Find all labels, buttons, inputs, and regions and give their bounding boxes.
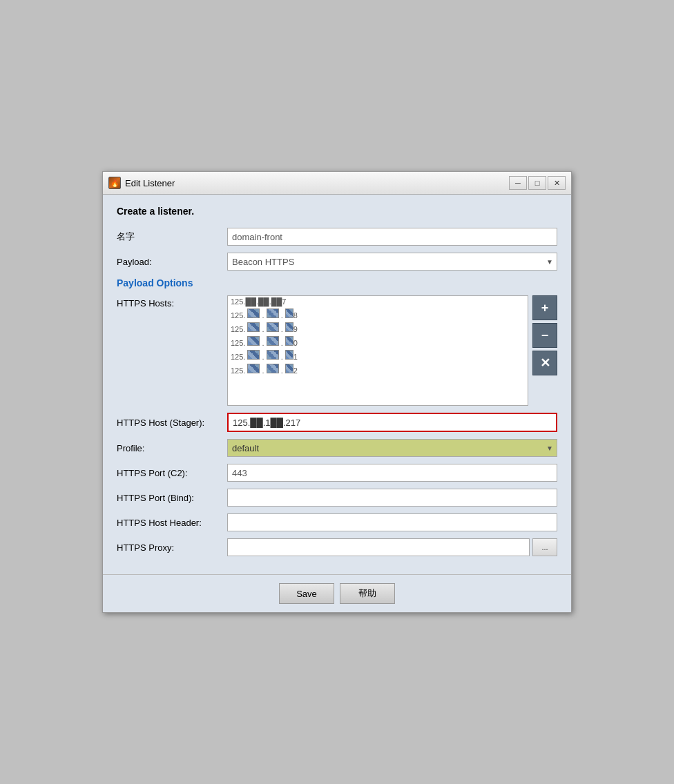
payload-label: Payload: [117, 257, 227, 267]
https-hosts-row: HTTPS Hosts: 125.██.██.██7 125. . . 8 [117, 295, 557, 406]
window-title: Edit Listener [125, 178, 175, 188]
https-port-c2-input[interactable] [227, 464, 557, 482]
pixel-icon [247, 350, 260, 360]
list-item-text: 125. . . 1 [231, 350, 298, 361]
title-bar-left: 🔥 Edit Listener [108, 177, 175, 189]
edit-listener-window: 🔥 Edit Listener ─ □ ✕ Create a listener.… [102, 171, 572, 613]
add-host-button[interactable]: + [532, 295, 557, 320]
pixel-icon [285, 364, 293, 373]
https-proxy-input[interactable] [227, 538, 530, 556]
list-item: 125.██.██.██7 [228, 296, 528, 307]
title-bar-controls: ─ □ ✕ [509, 176, 566, 190]
https-hosts-container: 125.██.██.██7 125. . . 8 125. [227, 295, 528, 406]
minimize-button[interactable]: ─ [509, 176, 527, 190]
list-item: 125. . . 2 [228, 362, 528, 376]
list-item: 125. . . 1 [228, 349, 528, 362]
list-item-text: 125. . . 2 [231, 364, 298, 375]
profile-select-wrapper: default ▼ [227, 439, 557, 457]
list-item: 125. . . 9 [228, 321, 528, 335]
title-bar: 🔥 Edit Listener ─ □ ✕ [103, 172, 571, 195]
https-host-header-row: HTTPS Host Header: [117, 513, 557, 531]
list-item: 125. . . 0 [228, 335, 528, 349]
pixel-icon [267, 336, 279, 346]
create-listener-label: Create a listener. [117, 206, 557, 217]
payload-select[interactable]: Beacon HTTPS Beacon HTTP Beacon DNS [227, 253, 557, 271]
payload-row: Payload: Beacon HTTPS Beacon HTTP Beacon… [117, 253, 557, 271]
help-button[interactable]: 帮助 [340, 583, 395, 604]
name-input[interactable] [227, 228, 557, 246]
https-port-c2-label: HTTPS Port (C2): [117, 468, 227, 478]
pixel-icon [285, 336, 293, 346]
profile-row: Profile: default ▼ [117, 439, 557, 457]
list-item-text: 125. . . 0 [231, 336, 298, 347]
https-host-stager-label: HTTPS Host (Stager): [117, 418, 227, 428]
profile-select[interactable]: default [227, 439, 557, 457]
https-host-header-label: HTTPS Host Header: [117, 518, 227, 528]
https-proxy-label: HTTPS Proxy: [117, 542, 227, 553]
footer: Save 帮助 [103, 574, 571, 612]
pixel-icon [267, 364, 279, 373]
pixel-icon [285, 308, 293, 318]
save-button[interactable]: Save [279, 583, 334, 604]
https-proxy-row: HTTPS Proxy: ... [117, 538, 557, 556]
https-hosts-label: HTTPS Hosts: [117, 295, 227, 308]
name-label: 名字 [117, 231, 227, 243]
https-port-bind-input[interactable] [227, 489, 557, 507]
pixel-icon [285, 350, 293, 360]
list-item-text: 125.██.██.██7 [231, 297, 286, 306]
hosts-buttons: + − ✕ [532, 295, 557, 375]
pixel-icon [247, 308, 260, 318]
list-item-text: 125. . . 8 [231, 308, 298, 320]
pixel-icon [247, 364, 260, 373]
https-hosts-list[interactable]: 125.██.██.██7 125. . . 8 125. [227, 295, 528, 406]
pixel-icon [247, 322, 260, 332]
maximize-button[interactable]: □ [528, 176, 546, 190]
clear-hosts-button[interactable]: ✕ [532, 351, 557, 375]
https-host-stager-input[interactable] [227, 413, 557, 432]
remove-host-button[interactable]: − [532, 323, 557, 348]
list-item-text: 125. . . 9 [231, 322, 298, 333]
profile-label: Profile: [117, 443, 227, 453]
https-host-stager-row: HTTPS Host (Stager): [117, 413, 557, 432]
https-port-c2-row: HTTPS Port (C2): [117, 464, 557, 482]
https-port-bind-label: HTTPS Port (Bind): [117, 493, 227, 503]
list-item: 125. . . 8 [228, 307, 528, 321]
https-host-header-input[interactable] [227, 513, 557, 531]
close-button[interactable]: ✕ [548, 176, 566, 190]
browse-button[interactable]: ... [532, 538, 557, 556]
window-icon: 🔥 [108, 177, 121, 189]
name-row: 名字 [117, 228, 557, 246]
pixel-icon [285, 322, 293, 332]
pixel-icon [247, 336, 260, 346]
pixel-icon [267, 322, 279, 332]
payload-options-header: Payload Options [117, 277, 557, 288]
https-port-bind-row: HTTPS Port (Bind): [117, 489, 557, 507]
payload-select-wrapper: Beacon HTTPS Beacon HTTP Beacon DNS ▼ [227, 253, 557, 271]
pixel-icon [267, 350, 279, 360]
pixel-icon [267, 308, 279, 318]
content-area: Create a listener. 名字 Payload: Beacon HT… [103, 195, 571, 574]
